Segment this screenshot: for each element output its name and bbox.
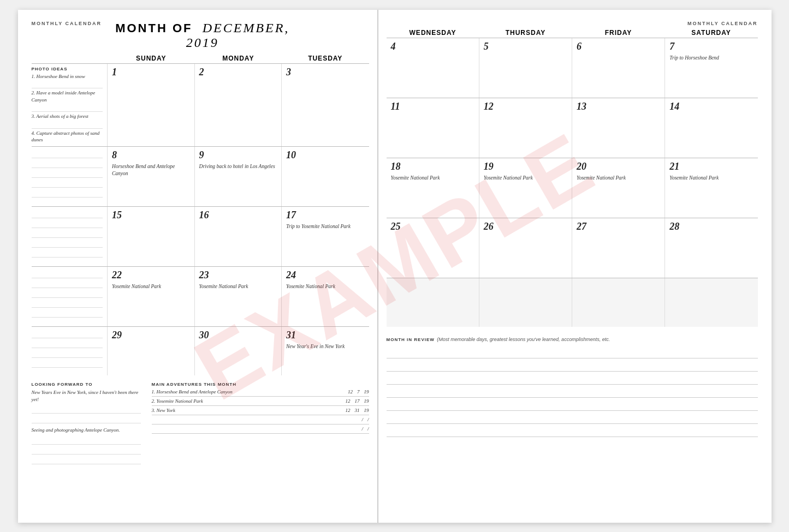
- wednesday-header: WEDNESDAY: [387, 29, 479, 37]
- bottom-left-section: LOOKING FORWARD TO New Years Eve in New …: [32, 382, 369, 465]
- week-row-3: 15 16 17 Trip to Yosemite National Park: [32, 206, 369, 266]
- day-9: 9 Driving back to hotel in Los Angeles: [195, 147, 282, 206]
- day-16: 16: [195, 207, 282, 266]
- review-subtitle: (Most memorable days, greatest lessons y…: [437, 337, 610, 342]
- day-22: 22 Yosemite National Park: [108, 267, 194, 326]
- tuesday-header: TUESDAY: [282, 55, 369, 62]
- day-6: 6: [572, 38, 665, 98]
- main-adventures-section: MAIN ADVENTURES THIS MONTH 1. Horseshoe …: [152, 382, 369, 465]
- day-15: 15: [108, 207, 194, 266]
- review-label: MONTH IN REVIEW: [387, 337, 435, 342]
- looking-forward-section: LOOKING FORWARD TO New Years Eve in New …: [32, 382, 141, 465]
- month-title: MONTH OF December, 2019: [102, 21, 303, 50]
- day-1: 1: [108, 64, 194, 147]
- notes-section-2: [32, 147, 108, 206]
- week-row-1: PHOTO IDEAS 1. Horseshoe Bend in snow 2.…: [32, 63, 369, 147]
- day-12: 12: [479, 98, 572, 158]
- day-30: 30: [195, 327, 282, 375]
- review-line-4: [387, 386, 758, 398]
- day-19: 19 Yosemite National Park: [479, 158, 572, 218]
- day-empty-3: [572, 278, 665, 327]
- monday-header: MONDAY: [195, 55, 282, 62]
- review-line-6: [387, 412, 758, 424]
- adventure-2: 2. Yosemite National Park 12 17 19: [152, 398, 369, 404]
- thursday-header: THURSDAY: [479, 29, 572, 37]
- right-page: MONTHLY CALENDAR WEDNESDAY THURSDAY FRID…: [378, 10, 772, 523]
- week-right-4: 25 26 27 28: [387, 218, 758, 278]
- day-11: 11: [387, 98, 479, 158]
- day-14: 14: [665, 98, 757, 158]
- day-28: 28: [665, 218, 757, 278]
- day-23: 23 Yosemite National Park: [195, 267, 282, 326]
- day-10: 10: [282, 147, 369, 206]
- day-7: 7 Trip to Horseshoe Bend: [665, 38, 757, 98]
- day-25: 25: [387, 218, 479, 278]
- review-line-5: [387, 399, 758, 411]
- day-4: 4: [387, 38, 479, 98]
- day-24: 24 Yosemite National Park: [282, 267, 369, 326]
- looking-forward-text2: Seeing and photographing Antelope Canyon…: [32, 427, 141, 434]
- adventures-label: MAIN ADVENTURES THIS MONTH: [152, 382, 369, 387]
- week-row-2: 8 Horseshoe Bend and Antelope Canyon 9 D…: [32, 146, 369, 206]
- day-17: 17 Trip to Yosemite National Park: [282, 207, 369, 266]
- day-20: 20 Yosemite National Park: [572, 158, 665, 218]
- week-right-1: 4 5 6 7 Trip to Horseshoe Bend: [387, 38, 758, 98]
- day-27: 27: [572, 218, 665, 278]
- notes-section-5: [32, 327, 108, 375]
- day-8: 8 Horseshoe Bend and Antelope Canyon: [108, 147, 194, 206]
- photo-ideas-label: PHOTO IDEAS: [32, 67, 103, 71]
- notes-section-1: PHOTO IDEAS 1. Horseshoe Bend in snow 2.…: [32, 64, 108, 147]
- day-21: 21 Yosemite National Park: [665, 158, 757, 218]
- adventure-4-blank: //: [152, 417, 369, 422]
- review-line-1: [387, 346, 758, 358]
- month-review-section: MONTH IN REVIEW (Most memorable days, gr…: [387, 333, 758, 437]
- left-monthly-label: MONTHLY CALENDAR: [32, 21, 102, 26]
- page-container: EXAMPLE MONTHLY CALENDAR MONTH OF Decemb…: [18, 10, 772, 523]
- day-31: 31 New Year's Eve in New York: [282, 327, 369, 375]
- friday-header: FRIDAY: [572, 29, 665, 37]
- notes-section-3: [32, 207, 108, 266]
- day-3: 3: [282, 64, 369, 147]
- day-empty-2: [479, 278, 572, 327]
- day-13: 13: [572, 98, 665, 158]
- week-right-5: [387, 278, 758, 327]
- day-empty-4: [665, 278, 757, 327]
- left-page: MONTHLY CALENDAR MONTH OF December, 2019…: [18, 10, 378, 523]
- day-5: 5: [479, 38, 572, 98]
- adventure-5-blank: //: [152, 426, 369, 432]
- notes-section-4: [32, 267, 108, 326]
- looking-forward-label: LOOKING FORWARD TO: [32, 382, 141, 387]
- day-29: 29: [108, 327, 194, 375]
- day-18: 18 Yosemite National Park: [387, 158, 479, 218]
- right-monthly-label: MONTHLY CALENDAR: [687, 21, 758, 26]
- saturday-header: SATURDAY: [665, 29, 758, 37]
- day-2: 2: [195, 64, 282, 147]
- day-empty-1: [387, 278, 479, 327]
- week-row-5: 29 30 31 New Year's Eve in New York: [32, 326, 369, 375]
- week-right-2: 11 12 13 14: [387, 98, 758, 158]
- adventure-3: 3. New York 12 31 19: [152, 408, 369, 413]
- review-line-2: [387, 360, 758, 372]
- review-line-7: [387, 425, 758, 437]
- photo-ideas-text: 1. Horseshoe Bend in snow 2. Have a mode…: [32, 73, 103, 144]
- sunday-header: SUNDAY: [108, 55, 194, 62]
- looking-forward-text: New Years Eve in New York, since I haven…: [32, 389, 141, 403]
- adventure-1: 1. Horseshoe Bend and Antelope Canyon 12…: [152, 389, 369, 394]
- review-line-3: [387, 373, 758, 385]
- week-row-4: 22 Yosemite National Park 23 Yosemite Na…: [32, 266, 369, 326]
- right-header: MONTHLY CALENDAR: [387, 21, 758, 26]
- week-right-3: 18 Yosemite National Park 19 Yosemite Na…: [387, 158, 758, 218]
- day-26: 26: [479, 218, 572, 278]
